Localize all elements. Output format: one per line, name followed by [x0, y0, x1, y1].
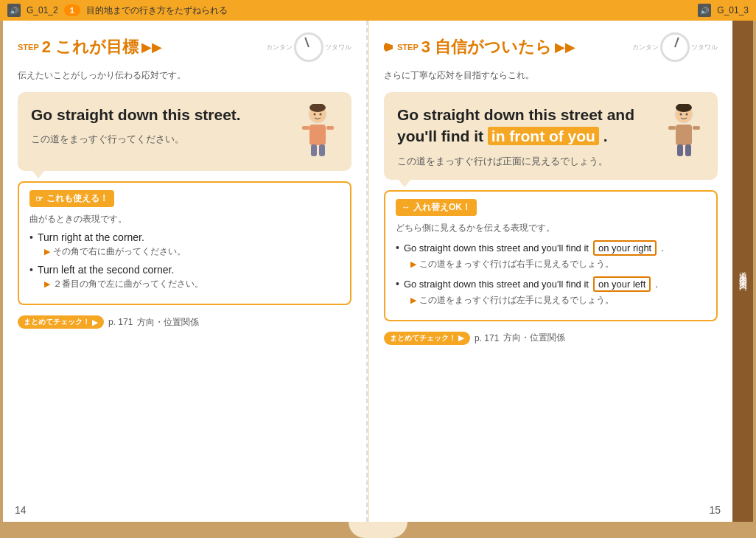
right-main-japanese: この道をまっすぐ行けば正面に見えるでしょう。 — [397, 155, 657, 168]
swap-item-1: • Go straight down this street and you'l… — [396, 240, 706, 270]
svg-point-17 — [686, 113, 688, 116]
svg-rect-2 — [309, 125, 326, 145]
tip-item-2-japanese: ▶ ２番目の角で左に曲がってください。 — [29, 278, 340, 290]
left-page: STEP 2 これが目標 ▶▶ カンタン ツタワル 伝えたいことがしっかり伝わる… — [3, 21, 368, 522]
swap-item-2-english: • Go straight down this street and you'l… — [396, 276, 706, 292]
left-step-badge: STEP 2 — [18, 38, 51, 57]
svg-rect-5 — [311, 144, 317, 156]
right-summary-badge: まとめてチェック！ ▶ — [384, 332, 470, 345]
right-step-arrow: ▶▶ — [555, 39, 575, 55]
left-tip-box: ☞ これも使える！ 曲がるときの表現です。 • Turn right at th… — [18, 181, 351, 305]
right-swap-box: ↔ 入れ替えOK！ どちら側に見えるかを伝える表現です。 • Go straig… — [384, 190, 718, 321]
right-summary-link: まとめてチェック！ ▶ p. 171 方向・位置関係 — [384, 332, 718, 345]
swap-item-2: • Go straight down this street and you'l… — [396, 276, 706, 307]
bottom-bar — [0, 522, 756, 538]
right-swap-header: ↔ 入れ替えOK！ — [396, 199, 477, 216]
gauge-circle-right — [660, 32, 690, 62]
svg-rect-11 — [676, 125, 692, 145]
left-step-number: 2 — [42, 38, 51, 57]
right-audio-icon[interactable]: 🔊 — [698, 4, 711, 17]
tip-item-2: • Turn left at the second corner. ▶ ２番目の… — [29, 264, 340, 290]
highlight-on-your-right: on your right — [593, 240, 657, 256]
left-tip-header: ☞ これも使える！ — [29, 190, 114, 207]
svg-rect-3 — [302, 126, 309, 130]
flag-shape — [384, 43, 393, 52]
swap-item-2-japanese: ▶ この道をまっすぐ行けば左手に見えるでしょう。 — [396, 294, 706, 307]
right-step-label: STEP — [397, 43, 419, 52]
lesson-number-badge: 1 — [64, 4, 80, 16]
svg-point-16 — [680, 113, 682, 116]
highlight-on-your-left: on your left — [593, 276, 651, 292]
right-subtitle: さらに丁寧な応対を目指すならこれ。 — [384, 69, 718, 82]
left-main-japanese: この道をまっすぐ行ってください。 — [31, 133, 290, 146]
right-step-number: 3 — [421, 38, 430, 57]
right-step-badge: STEP 3 — [397, 38, 430, 57]
svg-rect-4 — [326, 126, 334, 130]
left-audio-section: 🔊 G_01_2 1 目的地までの行き方をたずねられる — [7, 4, 228, 17]
right-step-header: STEP 3 自信がついたら ▶▶ カンタン ツタワル — [384, 32, 718, 62]
right-swap-description: どちら側に見えるかを伝える表現です。 — [396, 222, 706, 234]
left-difficulty-gauge: カンタン ツタワル — [266, 32, 351, 62]
avatar-right — [664, 104, 704, 159]
right-bubble-tail — [399, 180, 410, 187]
left-track-id: G_01_2 — [27, 5, 58, 15]
swap-item-1-english: • Go straight down this street and you'l… — [396, 240, 706, 256]
highlight-in-front-of-you: in front of you — [488, 127, 599, 145]
swap-item-1-japanese: ▶ この道をまっすぐ行けば右手に見えるでしょう。 — [396, 258, 706, 270]
right-page-number: 15 — [709, 504, 721, 516]
svg-rect-12 — [668, 126, 676, 130]
right-track-id: G_01_3 — [717, 5, 749, 15]
tip-item-2-english: • Turn left at the second corner. — [29, 264, 340, 276]
right-bubble-text: Go straight down this street and you'll … — [397, 104, 657, 168]
gauge-circle-left — [294, 32, 323, 62]
right-difficulty-gauge: カンタン ツタワル — [632, 32, 718, 62]
left-tip-description: 曲がるときの表現です。 — [29, 213, 340, 226]
left-bubble-text: Go straight down this street. この道をまっすぐ行っ… — [31, 104, 290, 146]
right-step-title: 自信がついたら — [435, 36, 552, 58]
avatar-left — [298, 104, 338, 159]
svg-rect-13 — [693, 126, 700, 130]
left-main-english: Go straight down this street. — [31, 104, 290, 125]
right-sidebar: 道案内・場所案内 — [732, 21, 753, 522]
left-summary-link: まとめてチェック！ ▶ p. 171 方向・位置関係 — [18, 315, 351, 329]
svg-rect-14 — [677, 144, 683, 156]
left-summary-badge: まとめてチェック！ ▶ — [18, 315, 104, 329]
tip-item-1: • Turn right at the corner. ▶ その角で右に曲がって… — [29, 231, 340, 258]
right-main-english: Go straight down this street and you'll … — [397, 104, 657, 147]
left-step-title: これが目標 — [55, 36, 139, 58]
left-step-label: STEP — [18, 43, 39, 52]
left-step-arrow: ▶▶ — [141, 39, 162, 55]
left-step-header: STEP 2 これが目標 ▶▶ カンタン ツタワル — [18, 32, 351, 62]
svg-point-8 — [320, 113, 322, 116]
svg-point-7 — [314, 113, 316, 116]
right-audio-section: 🔊 G_01_3 — [698, 4, 749, 17]
tip-icon: ☞ — [35, 194, 43, 204]
right-speech-bubble: Go straight down this street and you'll … — [384, 92, 718, 180]
page-fold-decoration — [349, 522, 407, 538]
bubble-tail — [32, 171, 44, 178]
tip-item-1-english: • Turn right at the corner. — [29, 231, 340, 243]
swap-icon: ↔ — [402, 202, 410, 212]
left-subtitle: 伝えたいことがしっかり伝わる応対です。 — [18, 69, 351, 82]
svg-rect-6 — [319, 144, 325, 156]
lesson-title: 目的地までの行き方をたずねられる — [86, 4, 228, 17]
svg-rect-15 — [685, 144, 691, 156]
right-page: STEP 3 自信がついたら ▶▶ カンタン ツタワル さらに丁寧な応対を目指す… — [369, 21, 732, 522]
left-audio-icon[interactable]: 🔊 — [7, 4, 21, 17]
left-page-number: 14 — [15, 504, 27, 516]
top-bar: 🔊 G_01_2 1 目的地までの行き方をたずねられる 🔊 G_01_3 — [0, 0, 756, 21]
left-speech-bubble: Go straight down this street. この道をまっすぐ行っ… — [18, 92, 351, 171]
tip-item-1-japanese: ▶ その角で右に曲がってください。 — [29, 245, 340, 258]
